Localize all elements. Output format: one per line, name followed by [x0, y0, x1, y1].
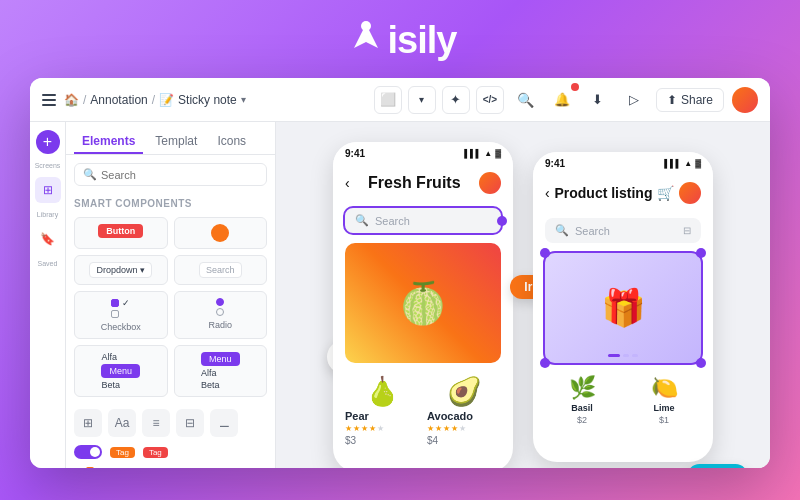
toolbar: 🏠 / Annotation / 📝 Sticky note ▾ ⬜ ▾ ✦ <… [30, 78, 770, 122]
bookmark-button[interactable]: 🔖 [35, 226, 61, 252]
share-button[interactable]: ⬆ Share [656, 88, 724, 112]
main-content: + Screens ⊞ Library 🔖 Saved Elements Tem… [30, 122, 770, 468]
phone2-status-bar: 9:41 ▌▌▌ ▲ ▓ [533, 152, 713, 174]
add-component-button[interactable]: + [36, 130, 60, 154]
search-input[interactable] [101, 169, 258, 181]
icon-item-nav[interactable]: ⊟ [176, 409, 204, 437]
breadcrumb-annotation[interactable]: Annotation [90, 93, 147, 107]
product-listing-image: 🎁 [545, 253, 701, 363]
phone1-avatar [479, 172, 501, 194]
share-icon: ⬆ [667, 93, 677, 107]
product-avocado[interactable]: 🥑 Avocado ★★★★★ $4 [427, 375, 501, 464]
avocado-name: Avocado [427, 410, 501, 422]
phone-mockup-1: 9:41 ▌▌▌ ▲ ▓ ‹ Fresh Fruits 🔍 Search [333, 142, 513, 468]
tab-icons[interactable]: Icons [209, 130, 254, 154]
back-arrow[interactable]: ‹ [345, 175, 350, 191]
signal-icon: ▌▌▌ [464, 149, 481, 158]
notification-button[interactable]: 🔔 [548, 86, 576, 114]
phone1-header: ‹ Fresh Fruits [333, 164, 513, 202]
avocado-price: $4 [427, 435, 501, 446]
icon-item-type[interactable]: Aa [108, 409, 136, 437]
home-icon[interactable]: 🏠 [64, 93, 79, 107]
canvas-area: Oliver King Daniel 9:41 ▌▌▌ ▲ ▓ ‹ [276, 122, 770, 468]
tab-elements[interactable]: Elements [74, 130, 143, 154]
search-icon: 🔍 [355, 214, 369, 227]
toggle-switch[interactable] [74, 445, 102, 459]
search-icon: 🔍 [83, 168, 97, 181]
wifi-icon-2: ▲ [684, 159, 692, 168]
hamburger-menu[interactable] [42, 94, 56, 106]
component-search[interactable]: Search [174, 255, 268, 285]
phone2-search-placeholder: Search [575, 225, 677, 237]
user-avatar[interactable] [732, 87, 758, 113]
battery-icon-2: ▓ [695, 159, 701, 168]
cart-icon[interactable]: 🛒 [657, 185, 674, 201]
avocado-emoji: 🥑 [427, 375, 501, 408]
phone2-title: Product listing [554, 185, 652, 201]
product-basil[interactable]: 🌿 Basil $2 [545, 375, 619, 425]
ai-tool-button[interactable]: ✦ [442, 86, 470, 114]
app-window: 🏠 / Annotation / 📝 Sticky note ▾ ⬜ ▾ ✦ <… [30, 78, 770, 468]
logo-icon [344, 18, 388, 62]
chevron-down-icon[interactable]: ▾ [241, 94, 246, 105]
component-button[interactable]: Button [74, 217, 168, 249]
search-input-wrap[interactable]: 🔍 [74, 163, 267, 186]
lime-emoji: 🍋 [651, 375, 678, 401]
smart-components-title: Smart components [66, 194, 275, 213]
basil-emoji: 🌿 [569, 375, 596, 401]
component-radio[interactable]: Radio [174, 291, 268, 339]
breadcrumb: 🏠 / Annotation / 📝 Sticky note ▾ [64, 93, 246, 107]
phone2-products: 🌿 Basil $2 🍋 Lime $1 [533, 367, 713, 433]
icon-item-lines[interactable]: ⚊ [210, 409, 238, 437]
red-badge: Tag [143, 447, 168, 458]
product-pear[interactable]: 🍐 Pear ★★★★★ $3 [345, 375, 419, 464]
back-arrow-2[interactable]: ‹ [545, 185, 550, 201]
phone1-title: Fresh Fruits [368, 174, 460, 192]
icon-item-menu[interactable]: ≡ [142, 409, 170, 437]
phone1-status-bar: 9:41 ▌▌▌ ▲ ▓ [333, 142, 513, 164]
tab-templates[interactable]: Templat [147, 130, 205, 154]
tooltip-brian: Brian [687, 464, 748, 468]
pear-emoji: 🍐 [345, 375, 419, 408]
fruit-image: 🍈 [345, 243, 501, 363]
phone2-header: ‹ Product listing 🛒 [533, 174, 713, 212]
logo-text: isily [388, 19, 457, 62]
sticky-note-icon: 📝 [159, 93, 174, 107]
svg-point-0 [361, 21, 371, 31]
orange-badge: Tag [110, 447, 135, 458]
products-grid: 🍐 Pear ★★★★★ $3 🥑 Avocado ★★★★★ $4 [333, 367, 513, 468]
phone1-search[interactable]: 🔍 Search [345, 208, 501, 233]
search-icon-2: 🔍 [555, 224, 569, 237]
sidebar-icons-column: + Screens ⊞ Library 🔖 Saved [30, 122, 66, 468]
frame-tool-button[interactable]: ⬜ [374, 86, 402, 114]
pear-name: Pear [345, 410, 419, 422]
lime-price: $1 [659, 415, 669, 425]
breadcrumb-sticky[interactable]: Sticky note [178, 93, 237, 107]
component-circle[interactable] [174, 217, 268, 249]
lime-name: Lime [653, 403, 674, 413]
pear-price: $3 [345, 435, 419, 446]
component-menu1[interactable]: Alfa Menu Beta [74, 345, 168, 397]
logo-area: isily [344, 18, 457, 62]
chevron-tool-button[interactable]: ▾ [408, 86, 436, 114]
phone1-search-placeholder: Search [375, 215, 410, 227]
product-lime[interactable]: 🍋 Lime $1 [627, 375, 701, 425]
basil-name: Basil [571, 403, 593, 413]
battery-icon: ▓ [495, 149, 501, 158]
left-panel: Elements Templat Icons 🔍 Smart component… [66, 122, 276, 468]
phone2-search[interactable]: 🔍 Search ⊟ [545, 218, 701, 243]
icon-item-align[interactable]: ⊞ [74, 409, 102, 437]
download-button[interactable]: ⬇ [584, 86, 612, 114]
phone2-time: 9:41 [545, 158, 565, 169]
component-menu2[interactable]: Menu Alfa Beta [174, 345, 268, 397]
wifi-icon: ▲ [484, 149, 492, 158]
chart-bar-2 [86, 467, 94, 468]
code-view-button[interactable]: </> [476, 86, 504, 114]
component-dropdown[interactable]: Dropdown ▾ [74, 255, 168, 285]
grid-view-button[interactable]: ⊞ [35, 177, 61, 203]
screens-label: Screens [35, 162, 61, 169]
component-checkbox[interactable]: ✓ Checkbox [74, 291, 168, 339]
search-button[interactable]: 🔍 [512, 86, 540, 114]
library-label: Library [37, 211, 58, 218]
play-button[interactable]: ▷ [620, 86, 648, 114]
